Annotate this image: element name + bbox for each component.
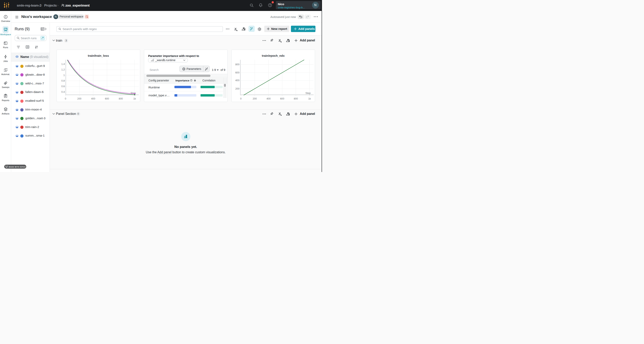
svg-text:1.2: 1.2 [61,68,64,71]
svg-text:0: 0 [240,97,242,100]
svg-text:200: 200 [252,97,257,100]
svg-text:800: 800 [235,63,239,66]
svg-text:1k: 1k [133,97,136,100]
svg-text:1k: 1k [308,97,311,100]
svg-text:Step: Step [305,92,310,94]
svg-text:400: 400 [91,97,95,100]
svg-text:0.6: 0.6 [61,85,64,88]
svg-text:600: 600 [235,71,239,74]
svg-text:200: 200 [77,97,82,100]
svg-text:train/epoch_ndx: train/epoch_ndx [262,54,284,57]
svg-text:0.8: 0.8 [61,80,64,82]
svg-text:1: 1 [63,74,65,77]
svg-text:400: 400 [266,97,270,100]
svg-text:0: 0 [65,97,66,100]
svg-text:800: 800 [119,97,123,100]
svg-text:train/train_loss: train/train_loss [88,54,109,57]
svg-text:400: 400 [235,79,239,82]
svg-text:1.4: 1.4 [61,63,64,66]
svg-text:200: 200 [235,88,239,90]
svg-text:600: 600 [105,97,109,100]
svg-text:0.4: 0.4 [61,90,64,93]
svg-text:800: 800 [294,97,298,100]
svg-text:600: 600 [280,97,284,100]
